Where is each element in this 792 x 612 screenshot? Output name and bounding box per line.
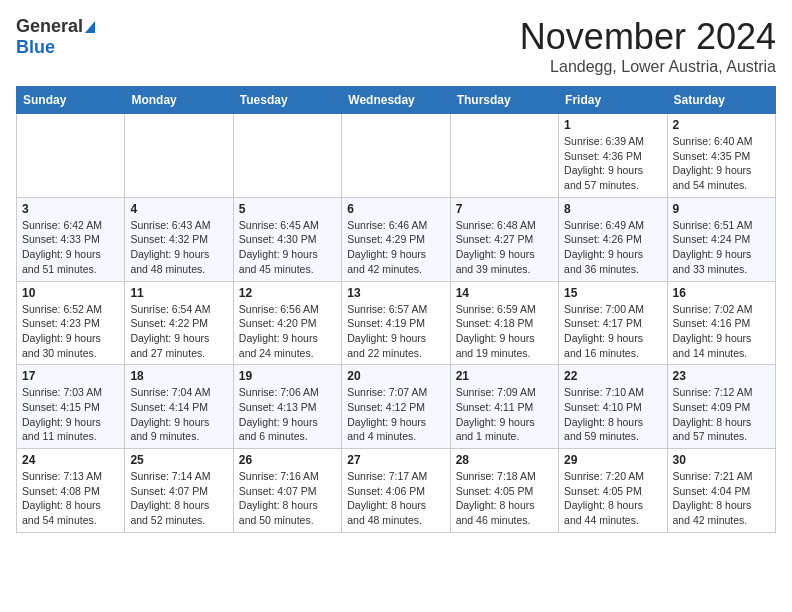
title-block: November 2024 Landegg, Lower Austria, Au… — [520, 16, 776, 76]
day-number: 13 — [347, 286, 444, 300]
day-number: 18 — [130, 369, 227, 383]
calendar-week-3: 17Sunrise: 7:03 AM Sunset: 4:15 PM Dayli… — [17, 365, 776, 449]
calendar-cell: 30Sunrise: 7:21 AM Sunset: 4:04 PM Dayli… — [667, 449, 775, 533]
day-info: Sunrise: 7:07 AM Sunset: 4:12 PM Dayligh… — [347, 385, 444, 444]
calendar-cell: 8Sunrise: 6:49 AM Sunset: 4:26 PM Daylig… — [559, 197, 667, 281]
day-number: 17 — [22, 369, 119, 383]
weekday-header-tuesday: Tuesday — [233, 87, 341, 114]
day-info: Sunrise: 6:56 AM Sunset: 4:20 PM Dayligh… — [239, 302, 336, 361]
calendar-cell: 26Sunrise: 7:16 AM Sunset: 4:07 PM Dayli… — [233, 449, 341, 533]
month-title: November 2024 — [520, 16, 776, 58]
day-info: Sunrise: 6:46 AM Sunset: 4:29 PM Dayligh… — [347, 218, 444, 277]
day-number: 29 — [564, 453, 661, 467]
logo: General Blue — [16, 16, 95, 58]
day-info: Sunrise: 7:13 AM Sunset: 4:08 PM Dayligh… — [22, 469, 119, 528]
day-number: 15 — [564, 286, 661, 300]
day-info: Sunrise: 6:43 AM Sunset: 4:32 PM Dayligh… — [130, 218, 227, 277]
calendar-cell: 14Sunrise: 6:59 AM Sunset: 4:18 PM Dayli… — [450, 281, 558, 365]
logo-general-text: General — [16, 16, 83, 37]
calendar-cell: 3Sunrise: 6:42 AM Sunset: 4:33 PM Daylig… — [17, 197, 125, 281]
calendar-cell: 2Sunrise: 6:40 AM Sunset: 4:35 PM Daylig… — [667, 114, 775, 198]
calendar-cell: 7Sunrise: 6:48 AM Sunset: 4:27 PM Daylig… — [450, 197, 558, 281]
day-info: Sunrise: 7:17 AM Sunset: 4:06 PM Dayligh… — [347, 469, 444, 528]
weekday-header-friday: Friday — [559, 87, 667, 114]
calendar-cell: 29Sunrise: 7:20 AM Sunset: 4:05 PM Dayli… — [559, 449, 667, 533]
day-number: 24 — [22, 453, 119, 467]
day-number: 26 — [239, 453, 336, 467]
calendar-week-4: 24Sunrise: 7:13 AM Sunset: 4:08 PM Dayli… — [17, 449, 776, 533]
calendar-cell — [233, 114, 341, 198]
day-info: Sunrise: 7:14 AM Sunset: 4:07 PM Dayligh… — [130, 469, 227, 528]
calendar-cell: 12Sunrise: 6:56 AM Sunset: 4:20 PM Dayli… — [233, 281, 341, 365]
day-number: 23 — [673, 369, 770, 383]
day-number: 6 — [347, 202, 444, 216]
day-info: Sunrise: 7:21 AM Sunset: 4:04 PM Dayligh… — [673, 469, 770, 528]
calendar-cell: 28Sunrise: 7:18 AM Sunset: 4:05 PM Dayli… — [450, 449, 558, 533]
day-info: Sunrise: 6:51 AM Sunset: 4:24 PM Dayligh… — [673, 218, 770, 277]
calendar-cell — [17, 114, 125, 198]
day-number: 12 — [239, 286, 336, 300]
calendar-cell: 13Sunrise: 6:57 AM Sunset: 4:19 PM Dayli… — [342, 281, 450, 365]
day-info: Sunrise: 6:39 AM Sunset: 4:36 PM Dayligh… — [564, 134, 661, 193]
day-number: 1 — [564, 118, 661, 132]
day-info: Sunrise: 7:02 AM Sunset: 4:16 PM Dayligh… — [673, 302, 770, 361]
weekday-header-sunday: Sunday — [17, 87, 125, 114]
day-number: 8 — [564, 202, 661, 216]
calendar-week-0: 1Sunrise: 6:39 AM Sunset: 4:36 PM Daylig… — [17, 114, 776, 198]
day-info: Sunrise: 7:03 AM Sunset: 4:15 PM Dayligh… — [22, 385, 119, 444]
day-number: 22 — [564, 369, 661, 383]
day-number: 10 — [22, 286, 119, 300]
calendar-week-1: 3Sunrise: 6:42 AM Sunset: 4:33 PM Daylig… — [17, 197, 776, 281]
logo-blue-text: Blue — [16, 37, 55, 57]
weekday-header-wednesday: Wednesday — [342, 87, 450, 114]
day-number: 4 — [130, 202, 227, 216]
day-info: Sunrise: 6:59 AM Sunset: 4:18 PM Dayligh… — [456, 302, 553, 361]
day-number: 28 — [456, 453, 553, 467]
day-number: 2 — [673, 118, 770, 132]
calendar-cell: 1Sunrise: 6:39 AM Sunset: 4:36 PM Daylig… — [559, 114, 667, 198]
day-info: Sunrise: 7:18 AM Sunset: 4:05 PM Dayligh… — [456, 469, 553, 528]
location-title: Landegg, Lower Austria, Austria — [520, 58, 776, 76]
weekday-header-thursday: Thursday — [450, 87, 558, 114]
day-info: Sunrise: 7:16 AM Sunset: 4:07 PM Dayligh… — [239, 469, 336, 528]
weekday-header-monday: Monday — [125, 87, 233, 114]
day-info: Sunrise: 6:42 AM Sunset: 4:33 PM Dayligh… — [22, 218, 119, 277]
calendar-cell: 4Sunrise: 6:43 AM Sunset: 4:32 PM Daylig… — [125, 197, 233, 281]
calendar-table: SundayMondayTuesdayWednesdayThursdayFrid… — [16, 86, 776, 533]
calendar-cell — [125, 114, 233, 198]
calendar-week-2: 10Sunrise: 6:52 AM Sunset: 4:23 PM Dayli… — [17, 281, 776, 365]
day-number: 27 — [347, 453, 444, 467]
calendar-cell: 20Sunrise: 7:07 AM Sunset: 4:12 PM Dayli… — [342, 365, 450, 449]
day-info: Sunrise: 6:45 AM Sunset: 4:30 PM Dayligh… — [239, 218, 336, 277]
day-info: Sunrise: 7:06 AM Sunset: 4:13 PM Dayligh… — [239, 385, 336, 444]
calendar-cell: 10Sunrise: 6:52 AM Sunset: 4:23 PM Dayli… — [17, 281, 125, 365]
day-info: Sunrise: 6:54 AM Sunset: 4:22 PM Dayligh… — [130, 302, 227, 361]
calendar-cell: 11Sunrise: 6:54 AM Sunset: 4:22 PM Dayli… — [125, 281, 233, 365]
calendar-cell: 17Sunrise: 7:03 AM Sunset: 4:15 PM Dayli… — [17, 365, 125, 449]
day-number: 30 — [673, 453, 770, 467]
day-number: 11 — [130, 286, 227, 300]
day-info: Sunrise: 7:04 AM Sunset: 4:14 PM Dayligh… — [130, 385, 227, 444]
day-info: Sunrise: 6:48 AM Sunset: 4:27 PM Dayligh… — [456, 218, 553, 277]
day-info: Sunrise: 7:10 AM Sunset: 4:10 PM Dayligh… — [564, 385, 661, 444]
day-info: Sunrise: 7:09 AM Sunset: 4:11 PM Dayligh… — [456, 385, 553, 444]
calendar-header-row: SundayMondayTuesdayWednesdayThursdayFrid… — [17, 87, 776, 114]
day-info: Sunrise: 7:00 AM Sunset: 4:17 PM Dayligh… — [564, 302, 661, 361]
day-info: Sunrise: 7:20 AM Sunset: 4:05 PM Dayligh… — [564, 469, 661, 528]
calendar-cell: 27Sunrise: 7:17 AM Sunset: 4:06 PM Dayli… — [342, 449, 450, 533]
calendar-cell: 25Sunrise: 7:14 AM Sunset: 4:07 PM Dayli… — [125, 449, 233, 533]
day-number: 3 — [22, 202, 119, 216]
calendar-cell: 6Sunrise: 6:46 AM Sunset: 4:29 PM Daylig… — [342, 197, 450, 281]
day-number: 20 — [347, 369, 444, 383]
day-number: 9 — [673, 202, 770, 216]
page-header: General Blue November 2024 Landegg, Lowe… — [16, 16, 776, 76]
calendar-cell: 21Sunrise: 7:09 AM Sunset: 4:11 PM Dayli… — [450, 365, 558, 449]
day-number: 14 — [456, 286, 553, 300]
day-info: Sunrise: 6:40 AM Sunset: 4:35 PM Dayligh… — [673, 134, 770, 193]
weekday-header-saturday: Saturday — [667, 87, 775, 114]
day-number: 19 — [239, 369, 336, 383]
calendar-cell: 24Sunrise: 7:13 AM Sunset: 4:08 PM Dayli… — [17, 449, 125, 533]
calendar-cell: 23Sunrise: 7:12 AM Sunset: 4:09 PM Dayli… — [667, 365, 775, 449]
day-number: 7 — [456, 202, 553, 216]
day-info: Sunrise: 6:49 AM Sunset: 4:26 PM Dayligh… — [564, 218, 661, 277]
